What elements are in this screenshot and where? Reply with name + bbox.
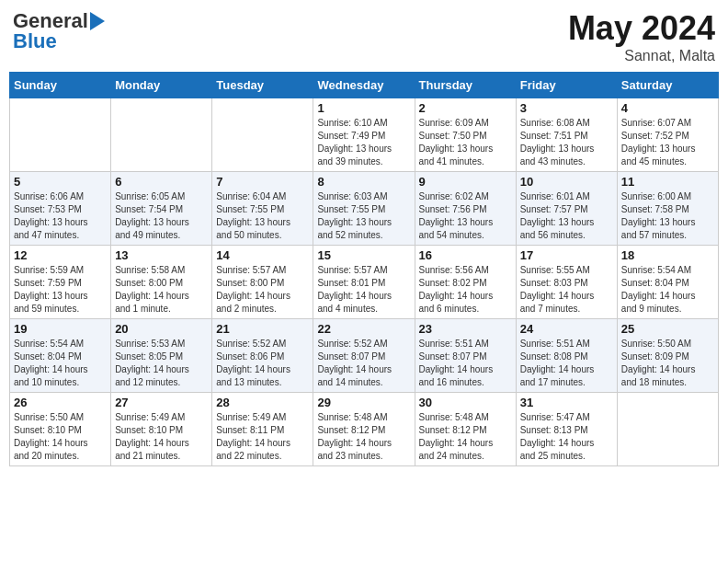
day-number: 29 [317, 396, 410, 409]
day-info: Sunrise: 5:54 AMSunset: 8:04 PMDaylight:… [621, 264, 714, 316]
day-info: Sunrise: 5:52 AMSunset: 8:06 PMDaylight:… [216, 338, 309, 389]
calendar-week-row: 19Sunrise: 5:54 AMSunset: 8:04 PMDayligh… [10, 319, 719, 393]
day-info: Sunrise: 5:57 AMSunset: 8:00 PMDaylight:… [216, 264, 309, 316]
day-info: Sunrise: 5:50 AMSunset: 8:09 PMDaylight:… [621, 338, 714, 389]
day-info: Sunrise: 5:51 AMSunset: 8:07 PMDaylight:… [419, 338, 512, 389]
day-number: 16 [419, 248, 512, 262]
day-number: 18 [621, 248, 714, 262]
day-info: Sunrise: 5:50 AMSunset: 8:10 PMDaylight:… [14, 411, 107, 463]
month-title: May 2024 [568, 9, 715, 48]
day-info: Sunrise: 5:49 AMSunset: 8:11 PMDaylight:… [216, 411, 309, 463]
day-info: Sunrise: 5:58 AMSunset: 8:00 PMDaylight:… [115, 264, 208, 316]
day-info: Sunrise: 5:59 AMSunset: 7:59 PMDaylight:… [14, 264, 107, 316]
day-number: 4 [621, 101, 714, 115]
day-info: Sunrise: 6:00 AMSunset: 7:58 PMDaylight:… [621, 190, 714, 242]
title-area: May 2024 Sannat, Malta [568, 9, 715, 64]
calendar-day-2: 2Sunrise: 6:09 AMSunset: 7:50 PMDaylight… [415, 98, 516, 172]
day-number: 10 [520, 175, 613, 189]
logo: General Blue [13, 9, 103, 53]
day-info: Sunrise: 5:57 AMSunset: 8:01 PMDaylight:… [317, 264, 410, 316]
day-number: 13 [115, 248, 208, 262]
day-number: 24 [520, 322, 613, 336]
calendar-day-18: 18Sunrise: 5:54 AMSunset: 8:04 PMDayligh… [617, 246, 718, 319]
day-info: Sunrise: 6:03 AMSunset: 7:55 PMDaylight:… [317, 190, 410, 242]
col-header-tuesday: Tuesday [212, 73, 313, 98]
calendar-week-row: 5Sunrise: 6:06 AMSunset: 7:53 PMDaylight… [10, 172, 719, 246]
day-number: 17 [520, 248, 613, 262]
day-info: Sunrise: 5:55 AMSunset: 8:03 PMDaylight:… [520, 264, 613, 316]
calendar-day-22: 22Sunrise: 5:52 AMSunset: 8:07 PMDayligh… [313, 319, 415, 393]
calendar-day-27: 27Sunrise: 5:49 AMSunset: 8:10 PMDayligh… [111, 393, 212, 466]
calendar-day-empty [10, 98, 111, 172]
day-number: 2 [419, 101, 512, 115]
calendar-day-3: 3Sunrise: 6:08 AMSunset: 7:51 PMDaylight… [516, 98, 617, 172]
day-number: 31 [520, 396, 613, 409]
day-info: Sunrise: 6:02 AMSunset: 7:56 PMDaylight:… [419, 190, 512, 242]
day-number: 8 [317, 175, 410, 189]
calendar-day-1: 1Sunrise: 6:10 AMSunset: 7:49 PMDaylight… [313, 98, 415, 172]
calendar-day-11: 11Sunrise: 6:00 AMSunset: 7:58 PMDayligh… [617, 172, 718, 246]
day-info: Sunrise: 5:47 AMSunset: 8:13 PMDaylight:… [520, 411, 613, 463]
col-header-thursday: Thursday [415, 73, 516, 98]
calendar-day-20: 20Sunrise: 5:53 AMSunset: 8:05 PMDayligh… [111, 319, 212, 393]
col-header-friday: Friday [516, 73, 617, 98]
day-number: 23 [419, 322, 512, 336]
day-number: 19 [14, 322, 107, 336]
calendar-day-empty [111, 98, 212, 172]
calendar-day-12: 12Sunrise: 5:59 AMSunset: 7:59 PMDayligh… [10, 246, 111, 319]
day-number: 11 [621, 175, 714, 189]
day-number: 22 [317, 322, 410, 336]
page-header: General Blue May 2024 Sannat, Malta [9, 9, 719, 64]
day-number: 25 [621, 322, 714, 336]
day-info: Sunrise: 5:54 AMSunset: 8:04 PMDaylight:… [14, 338, 107, 389]
col-header-wednesday: Wednesday [313, 73, 415, 98]
calendar-day-16: 16Sunrise: 5:56 AMSunset: 8:02 PMDayligh… [415, 246, 516, 319]
calendar-day-30: 30Sunrise: 5:48 AMSunset: 8:12 PMDayligh… [415, 393, 516, 466]
day-info: Sunrise: 6:01 AMSunset: 7:57 PMDaylight:… [520, 190, 613, 242]
calendar-day-26: 26Sunrise: 5:50 AMSunset: 8:10 PMDayligh… [10, 393, 111, 466]
day-number: 5 [14, 175, 107, 189]
calendar-day-14: 14Sunrise: 5:57 AMSunset: 8:00 PMDayligh… [212, 246, 313, 319]
calendar-day-5: 5Sunrise: 6:06 AMSunset: 7:53 PMDaylight… [10, 172, 111, 246]
calendar-day-8: 8Sunrise: 6:03 AMSunset: 7:55 PMDaylight… [313, 172, 415, 246]
location: Sannat, Malta [568, 48, 715, 64]
calendar-day-empty [617, 393, 718, 466]
day-number: 26 [14, 396, 107, 409]
calendar-day-10: 10Sunrise: 6:01 AMSunset: 7:57 PMDayligh… [516, 172, 617, 246]
calendar-header-row: SundayMondayTuesdayWednesdayThursdayFrid… [10, 73, 719, 98]
day-number: 21 [216, 322, 309, 336]
day-info: Sunrise: 6:05 AMSunset: 7:54 PMDaylight:… [115, 190, 208, 242]
day-info: Sunrise: 6:10 AMSunset: 7:49 PMDaylight:… [317, 117, 410, 168]
day-info: Sunrise: 6:09 AMSunset: 7:50 PMDaylight:… [419, 117, 512, 168]
calendar-day-17: 17Sunrise: 5:55 AMSunset: 8:03 PMDayligh… [516, 246, 617, 319]
calendar-day-21: 21Sunrise: 5:52 AMSunset: 8:06 PMDayligh… [212, 319, 313, 393]
day-info: Sunrise: 5:48 AMSunset: 8:12 PMDaylight:… [317, 411, 410, 463]
day-info: Sunrise: 6:06 AMSunset: 7:53 PMDaylight:… [14, 190, 107, 242]
day-number: 6 [115, 175, 208, 189]
calendar-day-13: 13Sunrise: 5:58 AMSunset: 8:00 PMDayligh… [111, 246, 212, 319]
day-info: Sunrise: 5:49 AMSunset: 8:10 PMDaylight:… [115, 411, 208, 463]
day-info: Sunrise: 6:07 AMSunset: 7:52 PMDaylight:… [621, 117, 714, 168]
col-header-sunday: Sunday [10, 73, 111, 98]
day-number: 28 [216, 396, 309, 409]
day-number: 1 [317, 101, 410, 115]
col-header-saturday: Saturday [617, 73, 718, 98]
day-info: Sunrise: 6:04 AMSunset: 7:55 PMDaylight:… [216, 190, 309, 242]
day-info: Sunrise: 5:56 AMSunset: 8:02 PMDaylight:… [419, 264, 512, 316]
day-number: 7 [216, 175, 309, 189]
calendar-day-7: 7Sunrise: 6:04 AMSunset: 7:55 PMDaylight… [212, 172, 313, 246]
calendar-day-9: 9Sunrise: 6:02 AMSunset: 7:56 PMDaylight… [415, 172, 516, 246]
day-info: Sunrise: 5:52 AMSunset: 8:07 PMDaylight:… [317, 338, 410, 389]
calendar-day-28: 28Sunrise: 5:49 AMSunset: 8:11 PMDayligh… [212, 393, 313, 466]
svg-marker-0 [90, 12, 105, 30]
calendar-day-4: 4Sunrise: 6:07 AMSunset: 7:52 PMDaylight… [617, 98, 718, 172]
calendar-week-row: 1Sunrise: 6:10 AMSunset: 7:49 PMDaylight… [10, 98, 719, 172]
day-number: 14 [216, 248, 309, 262]
col-header-monday: Monday [111, 73, 212, 98]
day-number: 15 [317, 248, 410, 262]
day-info: Sunrise: 5:48 AMSunset: 8:12 PMDaylight:… [419, 411, 512, 463]
calendar-day-24: 24Sunrise: 5:51 AMSunset: 8:08 PMDayligh… [516, 319, 617, 393]
calendar-day-6: 6Sunrise: 6:05 AMSunset: 7:54 PMDaylight… [111, 172, 212, 246]
calendar-day-29: 29Sunrise: 5:48 AMSunset: 8:12 PMDayligh… [313, 393, 415, 466]
calendar-day-15: 15Sunrise: 5:57 AMSunset: 8:01 PMDayligh… [313, 246, 415, 319]
